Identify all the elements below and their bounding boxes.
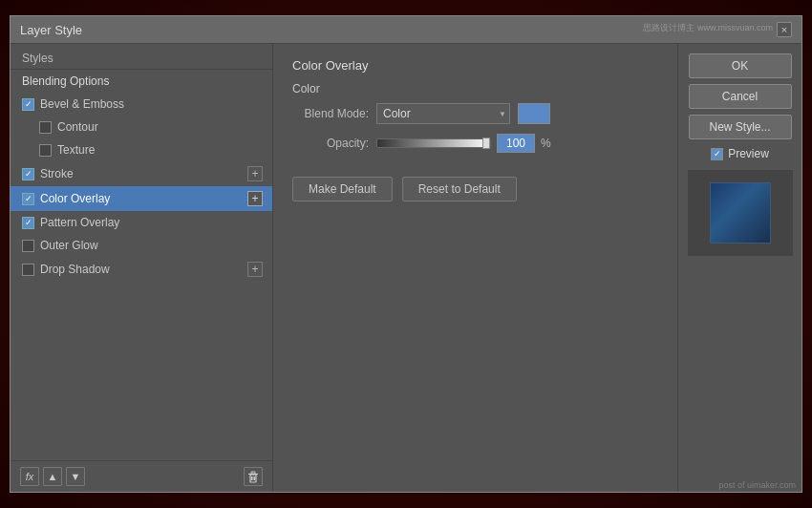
ok-button[interactable]: OK	[689, 53, 792, 78]
blend-mode-row: Blend Mode: Color Normal Multiply Screen…	[292, 103, 658, 124]
fx-button[interactable]: fx	[20, 467, 39, 486]
opacity-row: Opacity: %	[292, 134, 658, 153]
sidebar-label-pattern-overlay: Pattern Overlay	[40, 216, 263, 229]
section-title: Color Overlay	[292, 58, 658, 73]
right-panel: OK Cancel New Style... Preview	[677, 44, 801, 492]
preview-square	[710, 182, 771, 243]
add-drop-shadow-button[interactable]: +	[247, 262, 263, 277]
cancel-button[interactable]: Cancel	[689, 84, 792, 109]
sidebar-label-stroke: Stroke	[40, 167, 247, 180]
move-down-button[interactable]: ▼	[66, 467, 85, 486]
preview-checkbox[interactable]	[711, 148, 723, 160]
checkbox-contour[interactable]	[39, 121, 52, 134]
new-style-button[interactable]: New Style...	[689, 115, 792, 139]
sidebar-label-texture: Texture	[57, 143, 95, 157]
sidebar-item-drop-shadow[interactable]: Drop Shadow +	[11, 257, 272, 282]
checkbox-bevel-emboss[interactable]	[22, 98, 34, 111]
bottom-toolbar: fx ▲ ▼	[11, 460, 272, 492]
left-panel: Styles Blending Options Bevel & Emboss	[11, 44, 273, 492]
move-up-button[interactable]: ▲	[43, 467, 62, 486]
opacity-slider[interactable]	[376, 138, 491, 148]
sidebar-item-stroke[interactable]: Stroke +	[11, 161, 272, 186]
center-panel: Color Overlay Color Blend Mode: Color No…	[273, 44, 677, 492]
sidebar-label-contour: Contour	[57, 120, 98, 134]
opacity-slider-thumb[interactable]	[482, 138, 490, 149]
preview-box	[688, 170, 793, 256]
dialog-body: Styles Blending Options Bevel & Emboss	[11, 44, 801, 492]
sidebar-item-contour[interactable]: Contour	[11, 116, 272, 138]
dialog-title: Layer Style	[20, 23, 82, 37]
buttons-row: Make Default Reset to Default	[292, 177, 658, 201]
sidebar-item-texture[interactable]: Texture	[11, 138, 272, 161]
sidebar-item-color-overlay[interactable]: Color Overlay +	[11, 186, 272, 211]
checkbox-pattern-overlay[interactable]	[22, 217, 34, 229]
checkbox-outer-glow[interactable]	[22, 240, 34, 252]
opacity-label: Opacity:	[292, 137, 369, 150]
sidebar-label-blending-options: Blending Options	[22, 74, 263, 88]
blend-mode-label: Blend Mode:	[292, 107, 369, 120]
preview-label: Preview	[728, 147, 769, 160]
blend-mode-select[interactable]: Color Normal Multiply Screen Overlay	[376, 103, 510, 124]
sidebar-label-color-overlay: Color Overlay	[40, 192, 247, 205]
preview-row: Preview	[711, 147, 769, 160]
opacity-input[interactable]	[497, 134, 535, 153]
delete-button[interactable]	[244, 467, 263, 486]
close-button[interactable]: ×	[777, 22, 792, 37]
checkbox-stroke[interactable]	[22, 168, 34, 180]
opacity-controls: %	[376, 134, 551, 153]
sub-section-title: Color	[292, 82, 658, 95]
sidebar-item-bevel-emboss[interactable]: Bevel & Emboss	[11, 93, 272, 116]
sidebar-label-bevel-emboss: Bevel & Emboss	[40, 97, 124, 111]
checkbox-color-overlay[interactable]	[22, 193, 34, 205]
make-default-button[interactable]: Make Default	[292, 177, 393, 201]
layer-style-dialog: 思路设计博主 www.missvuan.com Layer Style × St…	[10, 15, 802, 493]
add-stroke-button[interactable]: +	[247, 166, 263, 181]
footer-watermark: post of uimaker.com	[718, 480, 796, 490]
blend-mode-select-wrap: Color Normal Multiply Screen Overlay	[376, 103, 510, 124]
opacity-percent: %	[541, 137, 551, 150]
color-swatch[interactable]	[518, 103, 550, 124]
watermark: 思路设计博主 www.missvuan.com	[643, 22, 773, 34]
svg-rect-2	[251, 472, 255, 474]
reset-default-button[interactable]: Reset to Default	[402, 177, 517, 201]
sidebar-item-outer-glow[interactable]: Outer Glow	[11, 234, 272, 257]
sidebar-label-outer-glow: Outer Glow	[40, 239, 263, 252]
sidebar-item-blending-options[interactable]: Blending Options	[11, 70, 272, 93]
sidebar-label-drop-shadow: Drop Shadow	[40, 263, 247, 276]
styles-header: Styles	[11, 44, 272, 70]
sidebar-item-pattern-overlay[interactable]: Pattern Overlay	[11, 211, 272, 234]
style-list: Blending Options Bevel & Emboss Contour	[11, 70, 272, 460]
checkbox-texture[interactable]	[39, 144, 52, 157]
checkbox-drop-shadow[interactable]	[22, 264, 34, 276]
add-color-overlay-button[interactable]: +	[247, 191, 263, 206]
